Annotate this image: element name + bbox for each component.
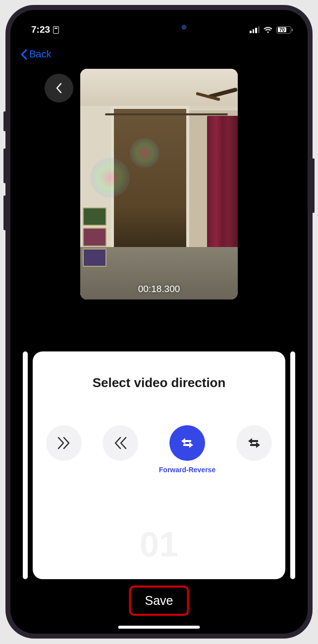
power-button	[313, 158, 315, 213]
option-forward-reverse[interactable]: Forward-Reverse	[159, 425, 215, 474]
volume-up-button	[3, 149, 5, 183]
preview-back-button[interactable]	[45, 74, 73, 102]
sim-card-icon	[53, 26, 59, 34]
chevron-left-icon	[55, 82, 63, 94]
back-label: Back	[29, 49, 51, 60]
panel-counter: 01	[140, 525, 178, 564]
battery-level: 70	[278, 27, 287, 32]
video-preview[interactable]: 00:18.300	[80, 69, 238, 299]
reverse-forward-icon	[236, 425, 272, 461]
option-reverse-forward[interactable]	[236, 425, 272, 461]
battery-icon: 70	[276, 26, 293, 34]
phone-frame: 7:23 70 Back	[5, 5, 313, 639]
forward-icon	[46, 425, 82, 461]
cellular-signal-icon	[250, 26, 260, 33]
status-right: 70	[250, 26, 293, 34]
direction-options: Forward-Reverse	[46, 425, 272, 474]
wifi-icon	[263, 26, 273, 34]
option-forward[interactable]	[46, 425, 82, 461]
direction-panel: Select video direction	[33, 351, 285, 579]
dynamic-island	[121, 18, 198, 37]
prev-panel-sliver[interactable]	[23, 351, 28, 579]
forward-reverse-icon	[169, 425, 205, 461]
save-button[interactable]: Save	[129, 586, 189, 616]
video-timestamp: 00:18.300	[138, 284, 180, 295]
silent-switch	[3, 111, 5, 131]
nav-bar: Back	[10, 40, 308, 65]
volume-down-button	[3, 196, 5, 230]
panel-title: Select video direction	[93, 375, 226, 391]
status-time: 7:23	[31, 24, 50, 35]
home-indicator[interactable]	[118, 626, 200, 629]
option-label-forward-reverse: Forward-Reverse	[159, 466, 215, 474]
status-left: 7:23	[31, 24, 59, 35]
reverse-icon	[103, 425, 138, 461]
option-reverse[interactable]	[103, 425, 138, 461]
next-panel-sliver[interactable]	[290, 351, 295, 579]
phone-screen: 7:23 70 Back	[10, 10, 308, 634]
video-thumbnail-image	[80, 69, 238, 299]
camera-indicator-icon	[182, 25, 187, 30]
video-preview-container: 00:18.300	[80, 69, 238, 299]
back-button[interactable]: Back	[20, 49, 51, 60]
chevron-left-icon	[20, 49, 28, 60]
bottom-panel-container: Select video direction	[23, 351, 295, 579]
